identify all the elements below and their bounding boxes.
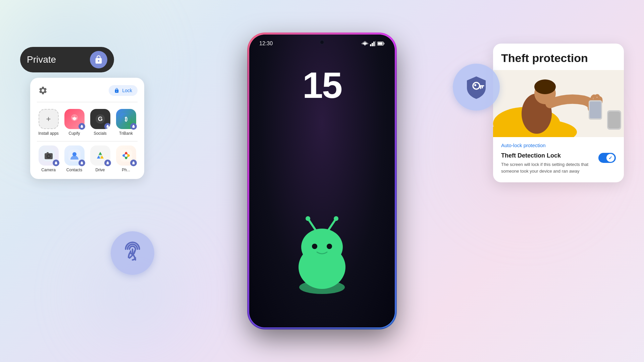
theft-detection-info: Theft Detection Lock The screen will loc… xyxy=(501,152,594,174)
theft-detection-toggle[interactable]: ✓ xyxy=(598,153,616,163)
socials-label: Socials xyxy=(94,131,107,136)
svg-point-9 xyxy=(312,244,317,249)
svg-rect-5 xyxy=(378,43,383,45)
app-grid-header: Lock xyxy=(37,84,138,102)
status-icons xyxy=(361,41,385,46)
svg-point-10 xyxy=(327,244,332,249)
lock-icon xyxy=(94,55,103,64)
svg-rect-2 xyxy=(373,42,375,46)
svg-point-18 xyxy=(75,116,77,118)
app-item-install[interactable]: + Install apps xyxy=(37,109,60,136)
shield-bubble xyxy=(453,64,500,111)
theft-card-body: Auto-lock protection Theft Detection Loc… xyxy=(493,137,624,182)
svg-point-27 xyxy=(48,156,49,157)
svg-rect-6 xyxy=(384,43,385,45)
theft-detection-title: Theft Detection Lock xyxy=(501,152,594,159)
camera-app-icon xyxy=(39,145,59,166)
fingerprint-bubble xyxy=(111,231,154,275)
svg-point-52 xyxy=(534,79,556,94)
phone-body: 12:30 xyxy=(248,34,396,328)
theft-detection-row: Theft Detection Lock The screen will loc… xyxy=(501,152,616,174)
tribank-lock-badge xyxy=(130,123,137,130)
status-time: 12:30 xyxy=(259,41,273,47)
svg-point-17 xyxy=(72,116,74,118)
svg-line-11 xyxy=(309,220,315,230)
svg-point-12 xyxy=(306,216,310,221)
theft-protection-panel: Theft protection xyxy=(480,44,624,182)
phone-screen: 12:30 xyxy=(249,35,395,327)
app-item-drive[interactable]: Drive xyxy=(89,145,112,172)
signal-icon xyxy=(370,41,376,46)
app-row-2: Camera Contacts xyxy=(37,145,138,172)
install-apps-icon: + xyxy=(39,109,59,129)
theft-illustration xyxy=(493,70,624,137)
drive-lock-badge xyxy=(104,160,111,166)
camera-lock-badge xyxy=(53,160,59,166)
android-mascot xyxy=(275,214,369,294)
private-lock-button[interactable] xyxy=(90,51,107,68)
svg-marker-33 xyxy=(99,152,102,155)
app-item-camera[interactable]: Camera xyxy=(37,145,60,172)
drive-label: Drive xyxy=(95,168,105,172)
app-item-socials[interactable]: G Socials xyxy=(89,109,112,136)
shield-key-icon xyxy=(463,74,490,101)
app-grid-panel: Lock + Install apps xyxy=(30,78,144,179)
phone-mockup: 12:30 xyxy=(248,34,396,328)
cupify-lock-badge xyxy=(78,123,85,130)
app-row-1: + Install apps xyxy=(37,109,138,136)
camera-cutout xyxy=(320,40,324,45)
contacts-lock-badge xyxy=(78,160,85,166)
toggle-knob: ✓ xyxy=(606,154,614,162)
photos-app-icon xyxy=(116,145,136,166)
private-toggle-pill[interactable]: Private xyxy=(20,47,114,72)
battery-icon xyxy=(377,42,385,46)
theft-detection-desc: The screen will lock if this setting det… xyxy=(501,161,594,174)
theft-protection-title: Theft protection xyxy=(493,44,624,70)
photos-lock-badge xyxy=(130,160,137,166)
svg-point-15 xyxy=(299,281,345,294)
contacts-app-icon xyxy=(64,145,85,166)
svg-rect-3 xyxy=(375,41,376,46)
svg-text:G: G xyxy=(98,116,102,122)
private-space-panel: Private Lock xyxy=(20,47,134,179)
cupify-label: Cupify xyxy=(68,131,80,136)
private-label: Private xyxy=(27,54,56,65)
tribank-icon: ₿ xyxy=(116,109,136,129)
svg-rect-28 xyxy=(47,152,49,154)
photos-label: Ph... xyxy=(122,168,130,172)
svg-point-46 xyxy=(474,84,476,86)
socials-lock-badge xyxy=(104,123,110,129)
app-item-cupify[interactable]: Cupify xyxy=(63,109,86,136)
lock-small-icon xyxy=(114,88,119,93)
svg-rect-55 xyxy=(590,102,601,118)
svg-line-13 xyxy=(329,220,335,230)
socials-icon: G xyxy=(90,109,110,129)
wifi-icon xyxy=(361,41,369,46)
install-apps-label: Install apps xyxy=(38,131,59,136)
checkmark-icon: ✓ xyxy=(608,155,612,161)
theft-card-illustration xyxy=(493,70,624,137)
svg-point-8 xyxy=(301,229,343,265)
lock-pill-button[interactable]: Lock xyxy=(109,85,138,96)
app-item-contacts[interactable]: Contacts xyxy=(63,145,86,172)
lock-button-label: Lock xyxy=(122,88,132,93)
gear-icon xyxy=(38,86,48,95)
svg-text:₿: ₿ xyxy=(125,116,127,122)
svg-point-41 xyxy=(125,154,127,157)
svg-rect-57 xyxy=(608,112,620,128)
cupify-icon xyxy=(64,109,85,129)
tribank-label: TriBank xyxy=(119,131,133,136)
auto-lock-link[interactable]: Auto-lock protection xyxy=(501,142,616,148)
svg-point-14 xyxy=(334,216,338,221)
phone-clock: 15 xyxy=(303,67,341,104)
camera-label: Camera xyxy=(41,168,56,172)
app-grid-divider xyxy=(37,141,138,141)
theft-card: Theft protection xyxy=(493,44,624,182)
svg-rect-1 xyxy=(372,43,373,46)
app-item-tribank[interactable]: ₿ TriBank xyxy=(114,109,138,136)
settings-icon-button[interactable] xyxy=(37,84,49,97)
contacts-label: Contacts xyxy=(66,168,82,172)
app-item-photos[interactable]: Ph... xyxy=(114,145,138,172)
svg-rect-0 xyxy=(370,44,371,46)
fingerprint-icon xyxy=(121,241,144,265)
